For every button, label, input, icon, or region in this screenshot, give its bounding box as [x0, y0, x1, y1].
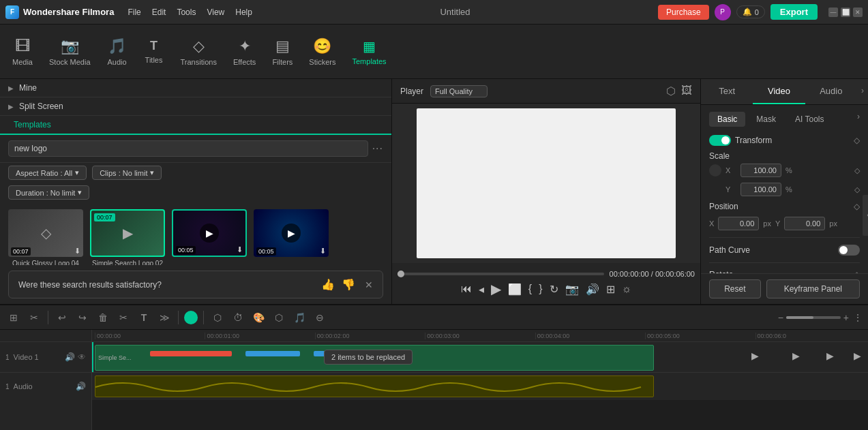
template-download-1[interactable]: ⬇ [74, 247, 80, 256]
subtab-basic[interactable]: Basic [709, 112, 745, 127]
tl-audio-speaker-icon[interactable]: 🔊 [76, 382, 86, 391]
frame-back-button[interactable]: ◂ [479, 283, 484, 296]
tl-settings-more[interactable]: ⋮ [853, 312, 863, 323]
menu-file[interactable]: File [128, 7, 140, 17]
template-card-2[interactable]: 00:07 ▶ Simple Search Logo 02 [90, 209, 165, 265]
tl-delete-button[interactable]: 🗑 [95, 309, 111, 326]
tool-transitions[interactable]: ◇ Transitions [174, 33, 224, 70]
thumbs-down-button[interactable]: 👎 [342, 278, 355, 291]
position-keyframe-icon[interactable]: ◇ [854, 202, 860, 211]
tl-undo-button[interactable]: ↩ [54, 309, 70, 326]
right-tabs-arrow[interactable]: › [857, 79, 868, 104]
zoom-slider[interactable] [786, 316, 841, 319]
snapshot-button[interactable]: 📷 [565, 283, 579, 296]
tl-more-icon[interactable]: ≫ [156, 309, 173, 326]
tl-track-area[interactable]: 00:00:00 00:00:01:00 00:00:02:00 00:00:0… [92, 330, 868, 430]
settings-icon[interactable]: ☼ [622, 283, 632, 295]
tool-templates[interactable]: ▦ Templates [345, 34, 393, 70]
tool-filters[interactable]: ▤ Filters [265, 33, 299, 70]
transform-keyframe-icon[interactable]: ◇ [854, 136, 860, 145]
stop-button[interactable]: ⬜ [508, 283, 522, 296]
template-download-4[interactable]: ⬇ [320, 247, 326, 256]
fullscreen-icon[interactable]: 🖼 [681, 85, 692, 97]
tab-text[interactable]: Text [701, 79, 753, 104]
volume-button[interactable]: 🔊 [586, 283, 599, 296]
menu-tools[interactable]: Tools [177, 7, 196, 17]
tool-stock-media[interactable]: 📷 Stock Media [42, 33, 98, 70]
transform-toggle[interactable] [709, 135, 731, 146]
tool-audio[interactable]: 🎵 Audio [100, 33, 134, 70]
category-templates[interactable]: Templates [0, 116, 391, 135]
tl-audio-track[interactable] [92, 373, 868, 400]
left-panel-collapse[interactable]: ‹ [863, 195, 868, 236]
tab-video[interactable]: Video [753, 79, 805, 104]
satisfaction-close-button[interactable]: ✕ [365, 279, 373, 290]
tl-color-btn[interactable]: 🎨 [250, 309, 267, 326]
tl-redo-button[interactable]: ↪ [74, 309, 91, 326]
mark-in-button[interactable]: { [528, 283, 532, 295]
tl-speed-btn[interactable]: ⏱ [230, 309, 246, 326]
tl-effects-btn[interactable]: ⬡ [209, 309, 226, 326]
template-download-3[interactable]: ⬇ [237, 245, 243, 254]
template-card-1[interactable]: ◇ 00:07 ⬇ Quick Glossy Logo 04 [8, 209, 83, 265]
grid-view-icon[interactable]: ⬡ [666, 85, 676, 97]
tl-audio-clip[interactable] [95, 375, 654, 397]
export-button[interactable]: Export [770, 4, 818, 20]
skip-back-button[interactable]: ⏮ [461, 283, 472, 295]
tl-speaker-icon[interactable]: 🔊 [65, 352, 75, 362]
tool-effects[interactable]: ✦ Effects [226, 33, 263, 70]
tool-stickers[interactable]: 😊 Stickers [302, 33, 342, 70]
tl-text-button[interactable]: T [136, 309, 152, 326]
category-split-screen[interactable]: ▶ Split Screen [0, 97, 391, 116]
tool-titles[interactable]: T Titles [137, 35, 171, 68]
mark-out-button[interactable]: } [539, 283, 542, 295]
tl-minus-btn[interactable]: ⊖ [312, 309, 328, 326]
position-y-input[interactable] [784, 217, 825, 230]
menu-view[interactable]: View [207, 7, 224, 17]
loop-button[interactable]: ↻ [550, 283, 558, 296]
tl-layout-icon[interactable]: ⊞ [5, 309, 22, 326]
clips-filter[interactable]: Clips : No limit ▾ [92, 166, 162, 180]
maximize-button[interactable]: ⬜ [841, 7, 850, 17]
scale-y-reset-icon[interactable]: ◇ [854, 185, 860, 194]
profile-button[interactable]: P [715, 4, 731, 20]
tl-record-button[interactable] [184, 311, 198, 324]
subtab-ai-tools[interactable]: AI Tools [787, 112, 832, 127]
keyframe-panel-button[interactable]: Keyframe Panel [766, 279, 860, 298]
tl-magnet-icon[interactable]: ✂ [26, 309, 42, 326]
reset-button[interactable]: Reset [709, 279, 761, 298]
scale-x-input[interactable] [740, 164, 781, 177]
tl-crop-btn[interactable]: ⬡ [271, 309, 287, 326]
subtab-mask[interactable]: Mask [748, 112, 784, 127]
duration-filter[interactable]: Duration : No limit ▾ [8, 185, 89, 200]
tab-audio[interactable]: Audio [805, 79, 857, 104]
scale-y-input[interactable] [740, 183, 781, 196]
minimize-button[interactable]: — [828, 7, 838, 17]
tl-audio-edit-btn[interactable]: 🎵 [291, 309, 308, 326]
progress-bar[interactable] [398, 273, 604, 275]
thumbs-up-button[interactable]: 👍 [321, 278, 335, 291]
search-input[interactable] [8, 140, 368, 157]
tl-video-track[interactable]: Simple Se... 2 items to be replaced ▶ ▶ … [92, 342, 868, 373]
path-curve-toggle[interactable] [838, 245, 860, 256]
zoom-out-icon[interactable]: − [778, 312, 783, 323]
quality-select[interactable]: Full Quality 1/2 Quality 1/4 Quality [430, 85, 488, 97]
search-more-icon[interactable]: ··· [372, 142, 383, 155]
close-button[interactable]: ✕ [853, 7, 863, 17]
menu-help[interactable]: Help [235, 7, 252, 17]
zoom-in-icon[interactable]: + [843, 312, 849, 323]
menu-edit[interactable]: Edit [152, 7, 166, 17]
subtab-more-icon[interactable]: › [857, 112, 860, 127]
scale-x-reset-icon[interactable]: ◇ [854, 166, 860, 175]
play-button[interactable]: ▶ [491, 281, 501, 297]
more-controls-icon[interactable]: ⊞ [606, 283, 615, 296]
template-card-3[interactable]: ▶ 00:05 ⬇ [172, 209, 247, 265]
template-card-4[interactable]: ▶ 00:05 ⬇ [254, 209, 329, 265]
purchase-button[interactable]: Purchase [658, 5, 709, 20]
tool-media[interactable]: 🎞 Media [5, 33, 40, 70]
tl-lock-icon[interactable]: 👁 [78, 352, 86, 362]
aspect-ratio-filter[interactable]: Aspect Ratio : All ▾ [8, 166, 87, 180]
position-x-input[interactable] [718, 217, 759, 230]
tl-split-button[interactable]: ✂ [115, 309, 132, 326]
category-mine[interactable]: ▶ Mine [0, 79, 391, 97]
